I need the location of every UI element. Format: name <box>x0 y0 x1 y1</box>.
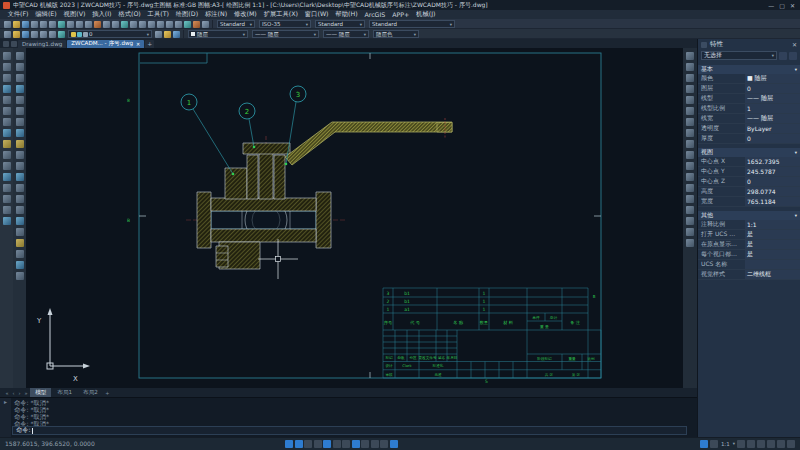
minimize-button[interactable]: — <box>768 2 774 9</box>
add-tab-button[interactable]: + <box>145 40 154 48</box>
balloon-icon[interactable] <box>686 52 694 60</box>
property-row[interactable]: 打开 UCS …是 <box>698 230 800 240</box>
menu-item[interactable]: 帮助(H) <box>332 10 361 19</box>
gradient-icon[interactable] <box>3 195 11 203</box>
spline-icon[interactable] <box>3 140 11 148</box>
annotation-scale-value[interactable]: 1:1 <box>720 441 731 447</box>
menu-item[interactable]: APP+ <box>389 11 413 18</box>
point-icon[interactable] <box>3 173 11 181</box>
maximize-button[interactable]: ▢ <box>779 2 785 9</box>
annotation-monitor-icon[interactable] <box>757 440 765 448</box>
make-layer-current-icon[interactable] <box>49 31 56 38</box>
datum-icon[interactable] <box>686 129 694 137</box>
join-icon[interactable] <box>16 184 24 192</box>
property-row[interactable]: 在原点显示…是 <box>698 240 800 250</box>
workspace-switch-icon[interactable] <box>767 440 775 448</box>
cut-icon[interactable] <box>58 21 65 28</box>
publish-icon[interactable] <box>49 21 56 28</box>
layer-previous-icon[interactable] <box>58 31 65 38</box>
plotstyle-dropdown[interactable]: 随层色 ▾ <box>373 30 419 38</box>
property-row[interactable]: 宽度765.1184 <box>698 197 800 207</box>
arc-icon[interactable] <box>3 107 11 115</box>
layer-walk-icon[interactable] <box>155 31 162 38</box>
regen-icon[interactable] <box>148 21 155 28</box>
move-icon[interactable] <box>16 107 24 115</box>
dim-linear-icon[interactable] <box>686 74 694 82</box>
trim-icon[interactable] <box>16 151 24 159</box>
menu-item[interactable]: 修改(M) <box>231 10 261 19</box>
property-row[interactable]: 透明度ByLayer <box>698 124 800 134</box>
linetype-icon[interactable] <box>175 21 182 28</box>
doc-tab-active[interactable]: ZWCADM... - 序号.dwg ✕ <box>67 40 144 48</box>
property-row[interactable]: 线型—— 随层 <box>698 94 800 104</box>
polar-toggle[interactable] <box>314 440 322 448</box>
undo-modify-icon[interactable] <box>16 272 24 280</box>
tab-layout1[interactable]: 布局1 <box>52 388 77 397</box>
ducs-toggle[interactable] <box>342 440 350 448</box>
layers-icon[interactable] <box>157 21 164 28</box>
prev-layout-icon[interactable]: ‹ <box>11 390 16 396</box>
erase-icon[interactable] <box>16 52 24 60</box>
explode-icon[interactable] <box>16 217 24 225</box>
dim-diameter-icon[interactable] <box>686 107 694 115</box>
menu-item[interactable]: 扩展工具(X) <box>260 10 301 19</box>
break-view-icon[interactable] <box>686 239 694 247</box>
osnap-toggle[interactable] <box>323 440 331 448</box>
add-layout-button[interactable]: + <box>104 390 111 396</box>
properties-icon[interactable] <box>166 21 173 28</box>
annotation-scale-icon[interactable] <box>710 440 718 448</box>
array-icon[interactable] <box>16 96 24 104</box>
copy-clip-icon[interactable] <box>67 21 74 28</box>
zoom-realtime-icon[interactable] <box>121 21 128 28</box>
parts-list-icon[interactable] <box>686 63 694 71</box>
help-icon[interactable] <box>202 21 209 28</box>
leader-icon[interactable] <box>686 184 694 192</box>
format-painter-icon[interactable] <box>85 21 92 28</box>
open-file-icon[interactable] <box>13 21 20 28</box>
rectangle-icon[interactable] <box>3 96 11 104</box>
dyn-input-toggle[interactable] <box>352 440 360 448</box>
property-row[interactable]: 每个视口都…是 <box>698 250 800 260</box>
layer-states-icon[interactable] <box>13 31 20 38</box>
fillet-icon[interactable] <box>16 206 24 214</box>
close-panel-icon[interactable]: ✕ <box>792 41 797 48</box>
text-annotation-icon[interactable] <box>686 195 694 203</box>
property-row[interactable]: 颜色■ 随层 <box>698 74 800 84</box>
otrack-toggle[interactable] <box>333 440 341 448</box>
drawing-canvas[interactable]: 8 B 5 <box>26 48 683 388</box>
property-row[interactable]: 中心点 Y245.5787 <box>698 167 800 177</box>
transparency-toggle[interactable] <box>371 440 379 448</box>
property-row[interactable]: 厚度0 <box>698 134 800 144</box>
close-button[interactable]: ✕ <box>790 2 795 9</box>
grid-toggle[interactable] <box>295 440 303 448</box>
selection-dropdown[interactable]: 无选择 ▾ <box>701 51 777 60</box>
dim-style-dropdown[interactable]: ISO-35▾ <box>259 20 311 28</box>
table-style-dropdown[interactable]: Standard▾ <box>369 20 455 28</box>
command-window[interactable]: ▸ 命令: *取消*命令: *取消*命令: *取消*命令: *取消* 命令: <box>0 397 697 437</box>
doc-tab-drawing1[interactable]: Drawing1.dwg <box>18 40 66 48</box>
last-layout-icon[interactable]: » <box>23 390 29 396</box>
status-menu-icon[interactable] <box>787 440 795 448</box>
property-row[interactable]: 线型比例1 <box>698 104 800 114</box>
new-drawing-icon[interactable] <box>11 41 17 47</box>
balloon-callouts[interactable]: 1 2 3 <box>181 86 306 175</box>
cycle-select-toggle[interactable] <box>380 440 388 448</box>
revision-cloud-icon[interactable] <box>3 129 11 137</box>
tab-list-icon[interactable] <box>3 41 9 47</box>
plot-preview-icon[interactable] <box>40 21 47 28</box>
polygon-icon[interactable] <box>3 85 11 93</box>
zoom-detail-icon[interactable] <box>686 228 694 236</box>
offset-icon[interactable] <box>16 85 24 93</box>
menu-item[interactable]: 机械(J) <box>413 10 439 19</box>
match-properties-icon[interactable] <box>16 228 24 236</box>
next-layout-icon[interactable]: › <box>17 390 22 396</box>
linetype-dropdown[interactable]: —— 随层 ▾ <box>252 30 319 38</box>
property-row[interactable]: UCS 名称 <box>698 260 800 270</box>
lineweight-dropdown[interactable]: —— 随层 ▾ <box>323 30 369 38</box>
text-style-dropdown[interactable]: Standard▾ <box>315 20 365 28</box>
chamfer-icon[interactable] <box>16 195 24 203</box>
title-block-table[interactable] <box>383 288 601 378</box>
close-tab-icon[interactable]: ✕ <box>136 41 140 47</box>
insert-block-icon[interactable] <box>3 162 11 170</box>
lineweight-toggle[interactable] <box>361 440 369 448</box>
